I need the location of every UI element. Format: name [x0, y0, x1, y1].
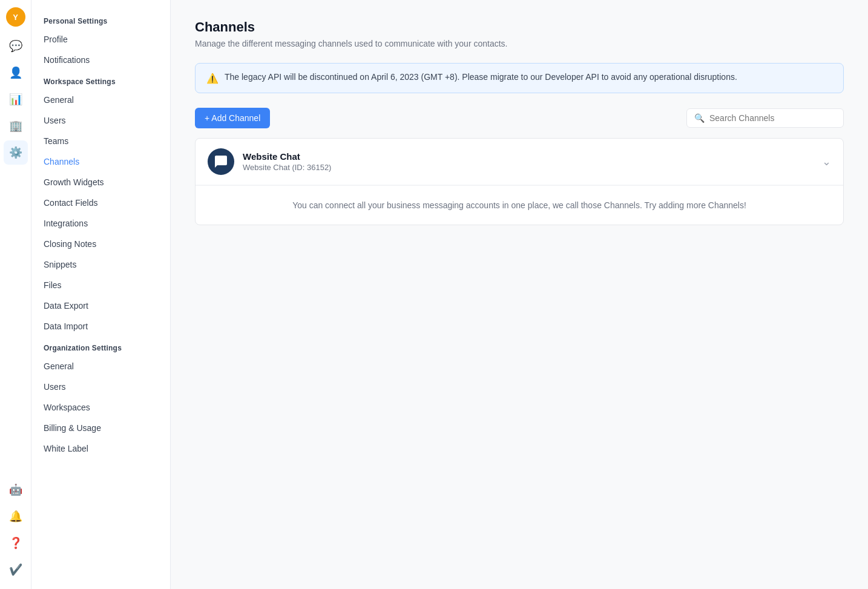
nav-ws-growth-widgets[interactable]: Growth Widgets — [31, 172, 170, 192]
nav-ws-integrations[interactable]: Integrations — [31, 213, 170, 234]
reports-icon[interactable]: 📊 — [4, 87, 28, 111]
add-channel-label: + Add Channel — [205, 113, 260, 123]
search-input[interactable] — [709, 113, 836, 123]
nav-org-white-label[interactable]: White Label — [31, 438, 170, 459]
settings-icon[interactable]: ⚙️ — [4, 140, 28, 165]
nav-ws-snippets[interactable]: Snippets — [31, 254, 170, 275]
alert-warning-icon: ⚠️ — [206, 73, 219, 84]
channels-container: Website Chat Website Chat (ID: 36152) ⌄ … — [195, 138, 844, 225]
conversations-icon[interactable]: 💬 — [4, 34, 28, 58]
nav-org-workspaces[interactable]: Workspaces — [31, 397, 170, 418]
page-subtitle: Manage the different messaging channels … — [195, 39, 844, 48]
main-content: Channels Manage the different messaging … — [171, 0, 868, 589]
icon-sidebar: Y 💬 👤 📊 🏢 ⚙️ 🤖 🔔 ❓ ✔️ — [0, 0, 31, 589]
nav-ws-data-export[interactable]: Data Export — [31, 295, 170, 316]
nav-org-users[interactable]: Users — [31, 377, 170, 397]
avatar[interactable]: Y — [6, 7, 25, 27]
nav-ws-contact-fields[interactable]: Contact Fields — [31, 192, 170, 213]
add-channel-button[interactable]: + Add Channel — [195, 108, 270, 128]
toolbar-row: + Add Channel 🔍 — [195, 108, 844, 128]
personal-settings-title: Personal Settings — [31, 10, 170, 29]
nav-profile[interactable]: Profile — [31, 29, 170, 50]
alert-text: The legacy API will be discontinued on A… — [225, 72, 737, 82]
workspace-settings-title: Workspace Settings — [31, 70, 170, 90]
nav-ws-teams[interactable]: Teams — [31, 131, 170, 151]
organization-settings-title: Organization Settings — [31, 337, 170, 356]
search-wrapper: 🔍 — [686, 108, 844, 128]
nav-ws-general[interactable]: General — [31, 90, 170, 110]
nav-ws-data-import[interactable]: Data Import — [31, 316, 170, 337]
contacts-icon[interactable]: 👤 — [4, 61, 28, 85]
channel-id: Website Chat (ID: 36152) — [243, 163, 822, 172]
icon-sidebar-bottom: 🤖 🔔 ❓ ✔️ — [4, 478, 28, 582]
channel-info: Website Chat Website Chat (ID: 36152) — [243, 151, 822, 172]
nav-org-general[interactable]: General — [31, 356, 170, 377]
chevron-down-icon: ⌄ — [822, 155, 831, 168]
alert-banner: ⚠️ The legacy API will be discontinued o… — [195, 63, 844, 93]
page-title: Channels — [195, 19, 844, 35]
notifications-bell-icon[interactable]: 🔔 — [4, 504, 28, 528]
channel-name: Website Chat — [243, 151, 822, 162]
integrations-bot-icon[interactable]: 🤖 — [4, 478, 28, 502]
team-icon[interactable]: 🏢 — [4, 114, 28, 138]
nav-ws-files[interactable]: Files — [31, 275, 170, 295]
channel-avatar — [208, 148, 234, 175]
nav-org-billing[interactable]: Billing & Usage — [31, 418, 170, 438]
nav-ws-closing-notes[interactable]: Closing Notes — [31, 234, 170, 254]
empty-hint: You can connect all your business messag… — [196, 185, 843, 225]
nav-sidebar: Personal Settings Profile Notifications … — [31, 0, 171, 589]
channel-item[interactable]: Website Chat Website Chat (ID: 36152) ⌄ — [196, 139, 843, 185]
help-icon[interactable]: ❓ — [4, 531, 28, 555]
nav-notifications[interactable]: Notifications — [31, 50, 170, 70]
nav-ws-channels[interactable]: Channels — [31, 151, 170, 172]
search-icon: 🔍 — [694, 113, 705, 123]
status-check-icon[interactable]: ✔️ — [4, 558, 28, 582]
nav-ws-users[interactable]: Users — [31, 110, 170, 131]
